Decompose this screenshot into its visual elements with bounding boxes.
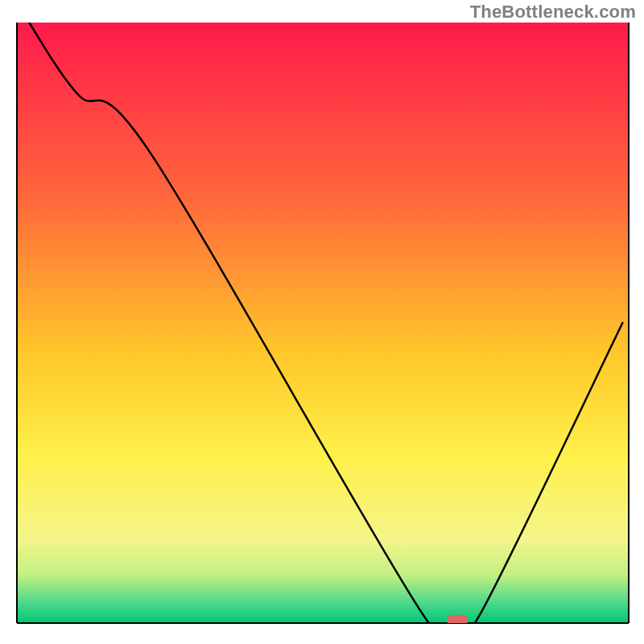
chart-container: TheBottleneck.com xyxy=(0,0,644,644)
watermark-label: TheBottleneck.com xyxy=(470,2,636,23)
plot-background xyxy=(17,23,629,623)
bottleneck-chart xyxy=(0,0,644,644)
